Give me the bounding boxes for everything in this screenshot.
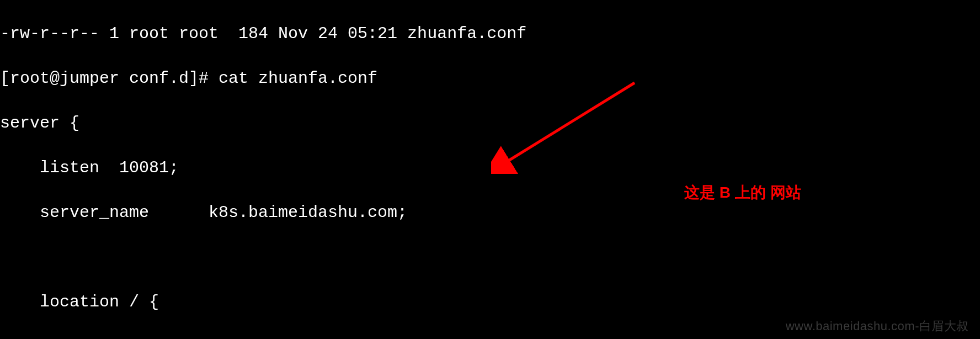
terminal-line: [root@jumper conf.d]# cat zhuanfa.conf (0, 67, 980, 90)
terminal-output: -rw-r--r-- 1 root root 184 Nov 24 05:21 … (0, 0, 980, 339)
watermark-text: www.baimeidashu.com-白眉大叔 (786, 318, 969, 335)
terminal-line: -rw-r--r-- 1 root root 184 Nov 24 05:21 … (0, 23, 980, 45)
terminal-line: listen 10081; (0, 157, 980, 179)
terminal-line: proxy_set_header Host $host; (0, 336, 980, 340)
terminal-line: location / { (0, 291, 980, 314)
terminal-line: server_name k8s.baimeidashu.com; (0, 202, 980, 224)
annotation-label: 这是 B 上的 网站 (684, 182, 801, 203)
terminal-line: server { (0, 112, 980, 135)
